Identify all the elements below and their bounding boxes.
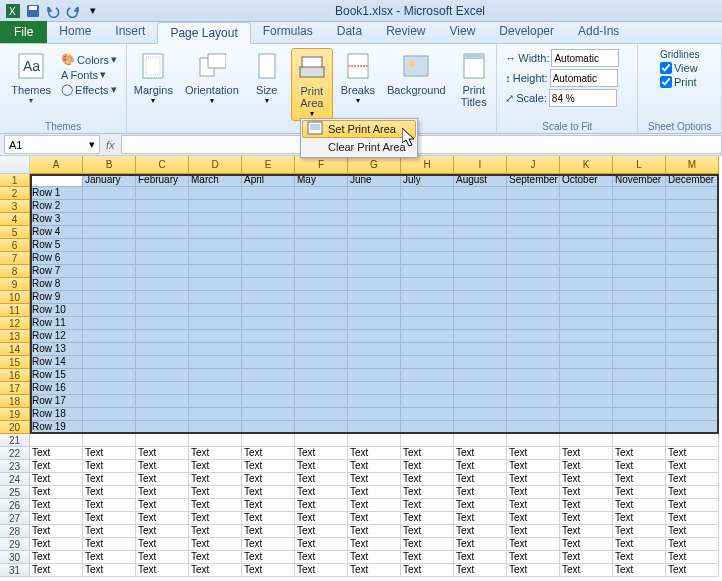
cell[interactable]: Text (348, 473, 401, 486)
cell[interactable] (507, 291, 560, 304)
cell[interactable]: Text (83, 512, 136, 525)
column-header[interactable]: B (83, 156, 136, 174)
cell[interactable] (348, 382, 401, 395)
cell[interactable] (136, 356, 189, 369)
cell[interactable] (242, 304, 295, 317)
cell[interactable]: Text (454, 564, 507, 577)
effects-button[interactable]: ◯Effects ▾ (59, 82, 119, 97)
cell[interactable] (136, 291, 189, 304)
cell[interactable] (613, 330, 666, 343)
cell[interactable] (295, 343, 348, 356)
cell[interactable] (560, 252, 613, 265)
cell[interactable] (507, 434, 560, 447)
cell[interactable] (348, 408, 401, 421)
cell[interactable] (401, 434, 454, 447)
cell[interactable] (136, 408, 189, 421)
cell[interactable] (242, 356, 295, 369)
cell[interactable] (189, 330, 242, 343)
cell[interactable] (189, 213, 242, 226)
cell[interactable] (83, 330, 136, 343)
formula-input[interactable] (121, 135, 722, 154)
colors-button[interactable]: 🎨Colors ▾ (59, 52, 119, 67)
cell[interactable] (348, 330, 401, 343)
cell[interactable] (507, 395, 560, 408)
cell[interactable] (295, 395, 348, 408)
cell[interactable]: Text (242, 538, 295, 551)
cell[interactable]: Text (454, 538, 507, 551)
cell[interactable] (507, 421, 560, 434)
cell[interactable] (613, 382, 666, 395)
cell[interactable] (560, 200, 613, 213)
width-select[interactable] (551, 49, 619, 67)
cell[interactable]: Text (560, 460, 613, 473)
cell[interactable] (83, 421, 136, 434)
cell[interactable] (560, 356, 613, 369)
cell[interactable]: Row 6 (30, 252, 83, 265)
cell[interactable] (613, 200, 666, 213)
cell[interactable] (401, 408, 454, 421)
cell[interactable]: Text (454, 499, 507, 512)
cell[interactable] (666, 369, 719, 382)
cell[interactable]: Text (613, 473, 666, 486)
row-header[interactable]: 9 (0, 278, 30, 291)
cell[interactable]: Text (136, 499, 189, 512)
cell[interactable] (454, 200, 507, 213)
cell[interactable]: Text (30, 525, 83, 538)
row-header[interactable]: 2 (0, 187, 30, 200)
cell[interactable] (83, 408, 136, 421)
cell[interactable] (666, 239, 719, 252)
cell[interactable] (348, 200, 401, 213)
cell[interactable] (401, 278, 454, 291)
cell[interactable] (348, 304, 401, 317)
cell[interactable] (613, 421, 666, 434)
cell[interactable] (560, 369, 613, 382)
cell[interactable] (189, 395, 242, 408)
cell[interactable]: Row 11 (30, 317, 83, 330)
cell[interactable] (348, 213, 401, 226)
cell[interactable] (454, 226, 507, 239)
column-header[interactable]: M (666, 156, 719, 174)
cell[interactable]: Text (507, 499, 560, 512)
cell[interactable]: Row 12 (30, 330, 83, 343)
cell[interactable] (560, 265, 613, 278)
cell[interactable]: Text (295, 499, 348, 512)
cell[interactable] (189, 265, 242, 278)
column-header[interactable]: E (242, 156, 295, 174)
redo-icon[interactable] (64, 2, 82, 20)
cell[interactable] (242, 382, 295, 395)
cell[interactable]: Text (401, 525, 454, 538)
cell[interactable]: Text (454, 473, 507, 486)
cell[interactable] (295, 330, 348, 343)
cell[interactable] (348, 187, 401, 200)
cell[interactable] (189, 278, 242, 291)
cell[interactable] (348, 343, 401, 356)
cell[interactable] (507, 239, 560, 252)
cell[interactable] (83, 265, 136, 278)
cell[interactable]: Row 16 (30, 382, 83, 395)
row-header[interactable]: 22 (0, 447, 30, 460)
cell[interactable] (401, 200, 454, 213)
cell[interactable] (295, 317, 348, 330)
cell[interactable] (666, 291, 719, 304)
cell[interactable] (30, 174, 83, 187)
ribbon-tab-view[interactable]: View (438, 21, 488, 43)
cell[interactable]: Text (507, 538, 560, 551)
cell[interactable]: Text (242, 486, 295, 499)
cell[interactable]: Text (189, 512, 242, 525)
cell[interactable] (666, 343, 719, 356)
cell[interactable]: Text (242, 551, 295, 564)
cell[interactable] (242, 291, 295, 304)
cell[interactable]: Text (295, 564, 348, 577)
cell[interactable] (401, 395, 454, 408)
cell[interactable]: Text (242, 460, 295, 473)
cell[interactable]: Text (613, 499, 666, 512)
row-header[interactable]: 1 (0, 174, 30, 187)
cell[interactable]: Text (613, 486, 666, 499)
cell[interactable]: Text (136, 538, 189, 551)
cell[interactable] (295, 265, 348, 278)
cell[interactable]: Row 14 (30, 356, 83, 369)
cell[interactable] (666, 304, 719, 317)
cell[interactable]: Text (401, 486, 454, 499)
cell[interactable] (613, 434, 666, 447)
clear-print-area-item[interactable]: Clear Print Area (302, 138, 416, 156)
